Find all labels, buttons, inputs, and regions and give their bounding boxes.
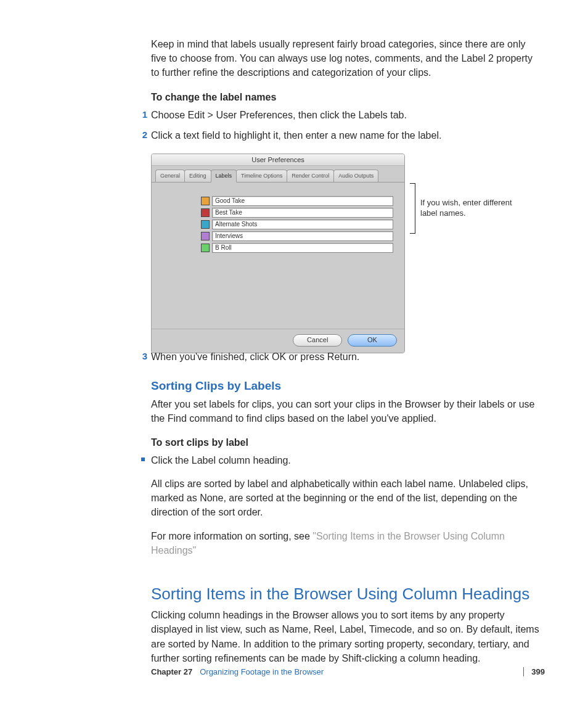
tab-general[interactable]: General (155, 170, 185, 182)
paragraph-xref: For more information on sorting, see "So… (151, 529, 539, 557)
step-3: 3 When you've finished, click OK or pres… (151, 350, 539, 364)
procedure-title: To change the label names (151, 90, 539, 104)
color-swatch[interactable] (201, 220, 210, 229)
step-number: 2 (139, 128, 147, 142)
footer: Chapter 27 Organizing Footage in the Bro… (151, 667, 545, 676)
ok-button[interactable]: OK (348, 334, 397, 347)
window-title: User Preferences (152, 154, 404, 166)
color-swatch[interactable] (201, 208, 210, 217)
figure-wrap: User Preferences General Editing Labels … (151, 154, 539, 339)
tab-render-control[interactable]: Render Control (287, 170, 334, 182)
callout: If you wish, enter different label names… (353, 183, 513, 234)
footer-page-number: 399 (523, 667, 545, 676)
step-text: When you've finished, click OK or press … (151, 351, 359, 362)
footer-chapter: Chapter 27 (151, 667, 192, 676)
step-text: Click a text field to highlight it, then… (151, 130, 441, 141)
tab-timeline-options[interactable]: Timeline Options (236, 170, 287, 182)
paragraph: All clips are sorted by label and alphab… (151, 477, 539, 520)
section-heading-sorting-items: Sorting Items in the Browser Using Colum… (151, 583, 539, 606)
tab-editing[interactable]: Editing (184, 170, 211, 182)
bullet-text: Click the Label column heading. (151, 455, 291, 466)
step-number: 1 (139, 108, 147, 121)
label-field[interactable]: B Roll (212, 243, 393, 253)
color-swatch[interactable] (201, 197, 210, 205)
page: Keep in mind that labels usually represe… (0, 0, 588, 706)
color-swatch[interactable] (201, 244, 210, 252)
tab-labels[interactable]: Labels (211, 170, 237, 183)
step-number: 3 (139, 350, 147, 363)
step-2: 2 Click a text field to highlight it, th… (151, 128, 539, 142)
label-row: B Roll (201, 243, 393, 253)
section-heading-sorting-clips: Sorting Clips by Labels (151, 377, 539, 395)
paragraph: After you set labels for clips, you can … (151, 397, 539, 425)
paragraph: Clicking column headings in the Browser … (151, 608, 539, 665)
intro-paragraph: Keep in mind that labels usually represe… (151, 37, 539, 80)
procedure-title: To sort clips by label (151, 435, 539, 449)
color-swatch[interactable] (201, 232, 210, 240)
xref-lead: For more information on sorting, see (151, 531, 312, 541)
tab-audio-outputs[interactable]: Audio Outputs (333, 170, 378, 182)
footer-title: Organizing Footage in the Browser (200, 667, 324, 676)
cancel-button[interactable]: Cancel (293, 334, 342, 347)
content-column: Keep in mind that labels usually represe… (151, 37, 539, 665)
step-text: Choose Edit > User Preferences, then cli… (151, 110, 407, 120)
step-1: 1 Choose Edit > User Preferences, then c… (151, 108, 539, 122)
tabs-bar: General Editing Labels Timeline Options … (152, 166, 404, 183)
callout-text: If you wish, enter different label names… (420, 198, 513, 219)
bullet-item: Click the Label column heading. (151, 453, 539, 467)
callout-bracket (353, 183, 415, 234)
